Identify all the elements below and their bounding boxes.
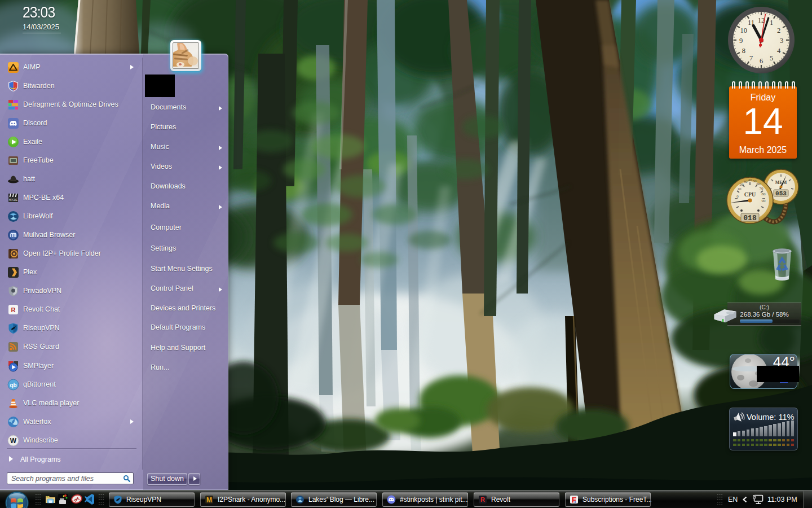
svg-text:90: 90: [762, 199, 766, 203]
svg-text:M: M: [206, 496, 212, 504]
svg-text:6: 6: [760, 57, 763, 65]
svg-text:10: 10: [740, 27, 748, 34]
svg-text:9: 9: [739, 37, 743, 45]
svg-text:80: 80: [762, 192, 766, 196]
svg-text:MEM: MEM: [775, 180, 787, 185]
svg-text:W: W: [10, 436, 17, 444]
svg-text:8: 8: [742, 47, 745, 55]
svg-text:60: 60: [757, 182, 761, 186]
svg-text:0: 0: [736, 194, 739, 199]
svg-text:018: 018: [743, 214, 757, 222]
svg-text:1: 1: [770, 19, 773, 27]
svg-text:053: 053: [775, 190, 787, 197]
svg-text:R: R: [11, 306, 16, 313]
svg-text:40: 40: [748, 178, 753, 182]
svg-text:30: 30: [744, 179, 748, 184]
svg-text:2: 2: [777, 27, 780, 34]
svg-text:CPU: CPU: [744, 191, 756, 198]
svg-text:qb: qb: [10, 382, 16, 388]
svg-text:5: 5: [770, 54, 773, 62]
svg-text:MPCBE: MPCBE: [9, 199, 17, 202]
svg-text:4: 4: [777, 47, 781, 55]
svg-text:3: 3: [780, 37, 783, 45]
svg-text:10: 10: [738, 187, 742, 191]
svg-text:R: R: [480, 496, 485, 503]
svg-text:7: 7: [749, 54, 753, 62]
svg-text:70: 70: [760, 186, 764, 191]
